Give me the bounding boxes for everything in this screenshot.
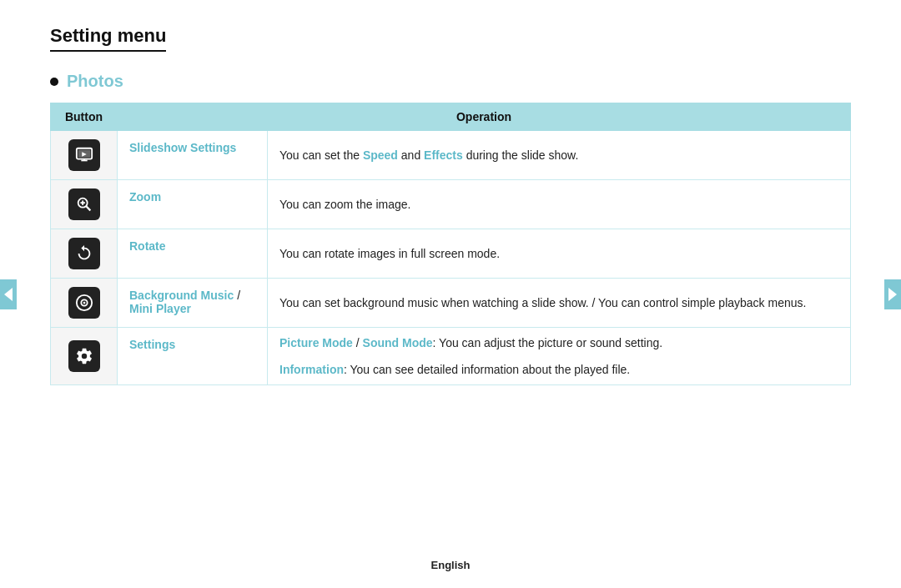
- slideshow-description: You can set the Speed and Effects during…: [268, 131, 851, 180]
- page-title: Setting menu: [50, 25, 166, 52]
- section-title: Photos: [67, 72, 123, 91]
- zoom-icon: [68, 188, 100, 220]
- miniplayer-label: Mini Player: [129, 302, 191, 315]
- svg-point-13: [83, 302, 85, 304]
- settings-description: Picture Mode / Sound Mode: You can adjus…: [268, 328, 851, 385]
- col-operation: Operation: [118, 103, 851, 131]
- slideshow-icon: [68, 139, 100, 171]
- slideshow-label: Slideshow Settings: [129, 141, 236, 154]
- svg-marker-0: [4, 288, 13, 301]
- bgmusic-label: Background Music: [129, 289, 234, 302]
- svg-marker-1: [888, 288, 897, 301]
- table-row: Zoom You can zoom the image.: [51, 180, 851, 229]
- settings-icon: [68, 340, 100, 372]
- zoom-label: Zoom: [129, 190, 161, 204]
- table-row: Background Music / Mini Player You can s…: [51, 279, 851, 328]
- settings-table: Button Operation: [50, 103, 851, 385]
- svg-line-8: [86, 206, 90, 210]
- table-row: Slideshow Settings You can set the Speed…: [51, 131, 851, 180]
- table-row: Settings Picture Mode / Sound Mode: You …: [51, 328, 851, 385]
- col-button: Button: [51, 103, 118, 131]
- footer-language: English: [431, 559, 471, 571]
- rotate-icon: [68, 238, 100, 269]
- bgmusic-description: You can set background music when watchi…: [268, 279, 851, 328]
- nav-arrow-right[interactable]: [884, 279, 901, 309]
- rotate-description: You can rotate images in full screen mod…: [268, 229, 851, 279]
- nav-arrow-left[interactable]: [0, 279, 17, 309]
- music-icon: [68, 287, 100, 319]
- section-bullet: [50, 78, 58, 86]
- zoom-description: You can zoom the image.: [268, 180, 851, 229]
- table-row: Rotate You can rotate images in full scr…: [51, 229, 851, 279]
- bgmusic-separator: /: [237, 289, 240, 302]
- rotate-label: Rotate: [129, 239, 166, 253]
- settings-label: Settings: [129, 338, 175, 351]
- section-header: Photos: [50, 72, 851, 91]
